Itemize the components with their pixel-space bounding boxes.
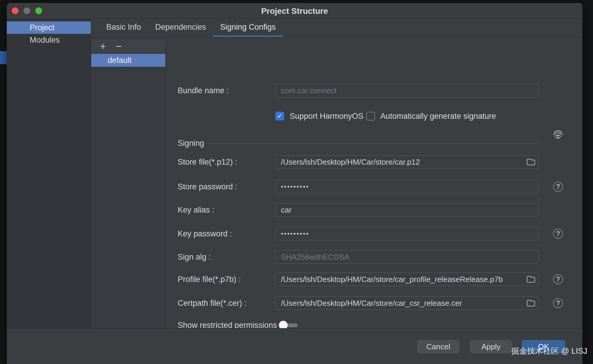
config-list-toolbar: + − — [91, 40, 165, 53]
auto-generate-signature-label: Automatically generate signature — [380, 111, 496, 121]
profile-file-input[interactable] — [275, 273, 539, 286]
store-file-field-wrap — [275, 155, 539, 169]
bundle-name-input[interactable] — [275, 84, 539, 97]
config-list-item-default[interactable]: default — [91, 54, 165, 67]
signing-section-title: Signing — [178, 138, 204, 148]
certpath-file-help-icon[interactable]: ? — [553, 298, 563, 308]
sign-alg-label: Sign alg : — [178, 252, 211, 262]
store-file-input[interactable] — [275, 155, 539, 169]
watermark: 掘金技术社区 @ LISJ — [511, 346, 587, 356]
sidebar: Project Modules — [7, 19, 91, 328]
sidebar-item-project[interactable]: Project — [7, 21, 91, 34]
add-config-button[interactable]: + — [98, 41, 108, 51]
store-password-field-wrap — [275, 180, 539, 193]
store-password-help-icon[interactable]: ? — [553, 182, 563, 192]
key-alias-field-wrap — [275, 203, 539, 217]
signing-form: Bundle name : ✓ Support HarmonyOS Automa… — [166, 37, 582, 328]
cancel-button[interactable]: Cancel — [417, 340, 459, 353]
signing-section-divider — [202, 143, 539, 143]
store-password-input[interactable] — [275, 180, 539, 193]
certpath-file-label: Certpath file(*.cer) : — [178, 298, 246, 308]
certpath-file-field-wrap — [275, 296, 539, 310]
key-password-help-icon[interactable]: ? — [553, 229, 563, 239]
sign-alg-field-wrap — [275, 250, 539, 264]
config-list-panel: + − default — [91, 37, 166, 328]
profile-file-help-icon[interactable]: ? — [553, 274, 563, 284]
tab-dependencies[interactable]: Dependencies — [148, 19, 213, 37]
apply-button[interactable]: Apply — [470, 340, 512, 353]
remove-config-button[interactable]: − — [114, 41, 124, 51]
auto-generate-signature-checkbox[interactable] — [366, 112, 375, 121]
sidebar-item-modules[interactable]: Modules — [7, 34, 91, 46]
key-password-label: Key password : — [178, 229, 232, 238]
project-structure-dialog: Project Structure Project Modules Basic … — [7, 3, 582, 364]
tab-basic-info[interactable]: Basic Info — [99, 19, 148, 37]
profile-file-field-wrap — [275, 273, 539, 286]
profile-file-browse-folder-icon[interactable] — [526, 275, 536, 284]
profile-file-label: Profile file(*.p7b) : — [178, 275, 241, 284]
dialog-footer: Cancel Apply OK — [7, 328, 582, 364]
store-password-label: Store password : — [178, 182, 237, 191]
key-alias-input[interactable] — [275, 203, 539, 217]
key-password-field-wrap — [275, 227, 539, 241]
sign-alg-input[interactable] — [275, 250, 539, 264]
certpath-file-browse-folder-icon[interactable] — [526, 299, 536, 308]
support-harmonyos-checkbox[interactable]: ✓ — [275, 112, 284, 121]
tab-signing-configs[interactable]: Signing Configs — [213, 19, 283, 37]
fingerprint-icon[interactable] — [552, 128, 564, 141]
key-alias-label: Key alias : — [178, 205, 214, 215]
store-file-label: Store file(*.p12) : — [178, 157, 237, 167]
certpath-file-input[interactable] — [275, 296, 539, 310]
support-harmonyos-label: Support HarmonyOS — [290, 111, 364, 121]
dialog-titlebar: Project Structure — [7, 3, 582, 19]
key-password-input[interactable] — [275, 227, 539, 241]
store-file-browse-folder-icon[interactable] — [526, 158, 536, 166]
bundle-name-label: Bundle name : — [178, 86, 229, 95]
bundle-name-field-wrap — [275, 84, 539, 97]
dialog-title: Project Structure — [7, 6, 582, 16]
tab-bar: Basic Info Dependencies Signing Configs — [91, 19, 582, 37]
desktop-background: Project Structure Project Modules Basic … — [0, 0, 593, 364]
